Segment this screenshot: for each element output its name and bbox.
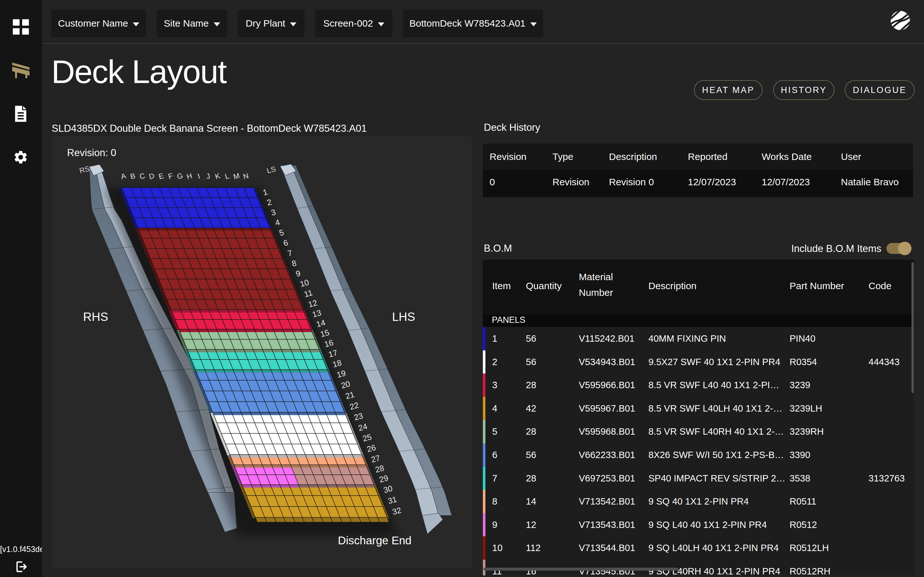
svg-text:13: 13 <box>311 308 322 319</box>
svg-text:M: M <box>232 171 240 181</box>
svg-text:22: 22 <box>349 400 360 411</box>
svg-text:LS: LS <box>266 164 277 175</box>
svg-text:23: 23 <box>353 411 364 422</box>
svg-text:D: D <box>148 171 155 181</box>
svg-text:30: 30 <box>383 484 393 495</box>
svg-text:RHS: RHS <box>83 310 108 324</box>
svg-text:RS: RS <box>79 164 91 175</box>
svg-text:18: 18 <box>331 358 342 369</box>
svg-text:A: A <box>120 171 127 181</box>
svg-text:I: I <box>197 172 201 181</box>
svg-text:K: K <box>214 171 221 181</box>
svg-text:27: 27 <box>370 453 381 464</box>
svg-text:25: 25 <box>362 432 373 443</box>
svg-text:Revision: 0: Revision: 0 <box>67 147 116 158</box>
svg-text:B: B <box>129 171 136 181</box>
svg-text:15: 15 <box>319 327 330 338</box>
svg-text:20: 20 <box>340 379 351 390</box>
svg-text:LHS: LHS <box>392 310 415 324</box>
svg-text:Discharge End: Discharge End <box>338 534 412 546</box>
svg-text:31: 31 <box>387 495 398 506</box>
svg-text:19: 19 <box>336 368 347 379</box>
svg-text:17: 17 <box>328 348 338 359</box>
svg-text:21: 21 <box>344 390 355 401</box>
svg-text:N: N <box>242 171 250 181</box>
svg-text:29: 29 <box>378 473 389 484</box>
svg-text:12: 12 <box>307 298 318 309</box>
svg-text:14: 14 <box>315 318 326 329</box>
svg-text:10: 10 <box>299 277 310 288</box>
svg-text:G: G <box>176 171 184 181</box>
svg-text:J: J <box>205 171 211 181</box>
svg-text:24: 24 <box>357 422 368 432</box>
svg-text:32: 32 <box>391 506 402 516</box>
svg-text:E: E <box>158 171 165 181</box>
svg-text:16: 16 <box>323 338 334 349</box>
svg-text:26: 26 <box>366 443 376 454</box>
svg-text:28: 28 <box>374 463 385 474</box>
svg-text:F: F <box>167 171 174 181</box>
svg-text:11: 11 <box>303 288 313 299</box>
svg-text:H: H <box>186 171 193 181</box>
svg-text:C: C <box>139 171 146 181</box>
svg-text:L: L <box>224 171 230 181</box>
